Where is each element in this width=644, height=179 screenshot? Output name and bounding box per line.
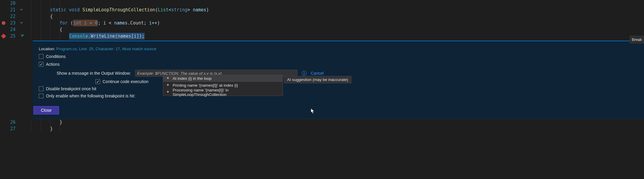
sparkle-wand-icon[interactable]	[20, 34, 24, 39]
token-type: List	[158, 7, 168, 13]
token-keyword: void	[69, 7, 80, 13]
token-brace: }	[60, 119, 62, 126]
tracepoint-diamond-icon[interactable]	[1, 34, 6, 39]
enable-when-label: Only enable when the following breakpoin…	[46, 94, 135, 98]
line-number: 25	[7, 33, 17, 39]
line-number: 22	[7, 14, 17, 19]
disable-once-hit-checkbox[interactable]	[39, 86, 44, 91]
conditions-label: Conditions	[46, 54, 66, 59]
suggestion-text: At index {i} in the loop	[173, 76, 212, 81]
suggestion-text: Printing name '{names[i]}' at index {i}	[173, 83, 238, 88]
line-number: 20	[7, 1, 17, 6]
enable-when-checkbox[interactable]	[39, 94, 44, 98]
sparkle-icon	[166, 90, 170, 94]
token-int-decl-highlighted: int i = 0	[73, 20, 98, 26]
sparkle-icon	[166, 76, 170, 81]
cancel-link[interactable]: Cancel	[311, 71, 324, 76]
breakpoint-unverified-icon[interactable]	[2, 21, 5, 25]
token-brace: {	[50, 13, 53, 20]
code-area[interactable]: static void SimpleLoopThroughCollection(…	[26, 0, 644, 41]
continue-execution-checkbox[interactable]	[95, 79, 100, 84]
line-number: 24	[7, 27, 17, 32]
code-editor-bottom[interactable]: 26 27 } }	[0, 119, 644, 132]
fold-caret-icon[interactable]	[20, 21, 23, 25]
breakpoint-margin[interactable]	[0, 34, 7, 38]
suggestion-item[interactable]: At index {i} in the loop	[163, 75, 283, 82]
token-function: SimpleLoopThroughCollection	[82, 7, 155, 13]
token-keyword: for	[60, 20, 68, 26]
breakpoint-margin[interactable]	[0, 21, 7, 25]
token-keyword: string	[171, 7, 187, 13]
token-keyword: static	[50, 7, 66, 13]
sparkle-icon	[166, 83, 170, 88]
disable-once-hit-label: Disable breakpoint once hit	[46, 86, 96, 91]
gutter: 20 21 22 23 24 25	[0, 0, 26, 41]
ai-suggestion-badge: AI suggestion (may be inaccurate)	[284, 76, 352, 83]
fold-caret-icon[interactable]	[20, 8, 23, 12]
svg-point-1	[23, 36, 24, 36]
breakpoints-side-tab[interactable]: Break	[630, 36, 644, 43]
ai-suggestion-dropdown: At index {i} in the loop Printing name '…	[163, 75, 283, 96]
svg-point-0	[21, 34, 21, 35]
location-label: Location:	[39, 47, 56, 51]
suggestion-item[interactable]: Processing name '{names[i]}' in SimpleLo…	[163, 89, 283, 96]
line-number: 27	[7, 126, 17, 131]
breakpoint-settings-panel: Location: Program.cs, Line: 25, Characte…	[33, 41, 644, 119]
token-brace: {	[60, 26, 62, 33]
token-brace: }	[50, 126, 53, 132]
actions-checkbox[interactable]	[39, 62, 44, 67]
code-editor[interactable]: 20 21 22 23 24 25	[0, 0, 644, 41]
suggestion-text: Processing name '{names[i]}' in SimpleLo…	[173, 88, 280, 97]
location-line: Location: Program.cs, Line: 25, Characte…	[39, 47, 638, 51]
gutter: 26 27	[0, 119, 26, 132]
continue-execution-label: Continue code execution	[103, 79, 148, 84]
message-label: Show a message in the Output Window:	[57, 71, 131, 76]
token-identifier: names	[193, 7, 206, 13]
conditions-checkbox[interactable]	[39, 54, 44, 59]
line-number: 23	[7, 20, 17, 26]
actions-label: Actions	[46, 62, 60, 67]
location-value[interactable]: Program.cs, Line: 25, Character: 17, Mus…	[56, 47, 156, 51]
token-class: Console	[69, 33, 88, 39]
info-icon[interactable]: i	[302, 71, 306, 76]
line-number: 26	[7, 120, 17, 125]
close-button[interactable]: Close	[33, 106, 59, 114]
line-number: 21	[7, 7, 17, 13]
